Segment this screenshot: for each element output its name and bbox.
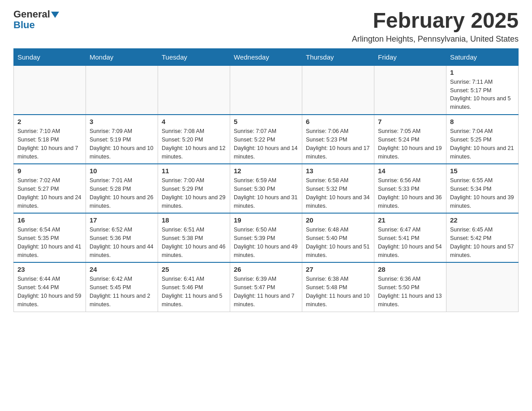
calendar-cell	[446, 262, 519, 312]
calendar-week-row: 2Sunrise: 7:10 AMSunset: 5:18 PMDaylight…	[14, 115, 519, 164]
day-header-thursday: Thursday	[302, 48, 374, 65]
day-header-wednesday: Wednesday	[230, 48, 302, 65]
day-info: Sunrise: 6:51 AMSunset: 5:38 PMDaylight:…	[162, 226, 226, 259]
calendar-cell: 9Sunrise: 7:02 AMSunset: 5:27 PMDaylight…	[14, 164, 86, 213]
day-info: Sunrise: 6:44 AMSunset: 5:44 PMDaylight:…	[17, 275, 82, 308]
day-number: 1	[450, 68, 515, 76]
day-number: 16	[17, 216, 82, 224]
day-info: Sunrise: 7:06 AMSunset: 5:23 PMDaylight:…	[306, 127, 370, 161]
calendar-cell	[86, 65, 158, 115]
day-header-friday: Friday	[374, 48, 446, 65]
day-number: 19	[234, 216, 298, 224]
day-header-monday: Monday	[86, 48, 158, 65]
calendar-cell: 10Sunrise: 7:01 AMSunset: 5:28 PMDayligh…	[86, 164, 158, 213]
day-header-saturday: Saturday	[446, 48, 519, 65]
calendar-header-row: SundayMondayTuesdayWednesdayThursdayFrid…	[14, 48, 519, 65]
calendar-cell: 6Sunrise: 7:06 AMSunset: 5:23 PMDaylight…	[302, 115, 374, 164]
day-info: Sunrise: 7:08 AMSunset: 5:20 PMDaylight:…	[162, 127, 226, 161]
calendar-table: SundayMondayTuesdayWednesdayThursdayFrid…	[13, 48, 519, 312]
calendar-cell: 27Sunrise: 6:38 AMSunset: 5:48 PMDayligh…	[302, 262, 374, 312]
calendar-cell	[302, 65, 374, 115]
day-number: 20	[306, 216, 370, 224]
calendar-cell: 21Sunrise: 6:47 AMSunset: 5:41 PMDayligh…	[374, 213, 446, 262]
calendar-cell: 15Sunrise: 6:55 AMSunset: 5:34 PMDayligh…	[446, 164, 519, 213]
calendar-cell	[374, 65, 446, 115]
calendar-cell: 14Sunrise: 6:56 AMSunset: 5:33 PMDayligh…	[374, 164, 446, 213]
calendar-week-row: 1Sunrise: 7:11 AMSunset: 5:17 PMDaylight…	[14, 65, 519, 115]
calendar-week-row: 23Sunrise: 6:44 AMSunset: 5:44 PMDayligh…	[14, 262, 519, 312]
calendar-cell: 5Sunrise: 7:07 AMSunset: 5:22 PMDaylight…	[230, 115, 302, 164]
calendar-cell: 17Sunrise: 6:52 AMSunset: 5:36 PMDayligh…	[86, 213, 158, 262]
day-info: Sunrise: 6:59 AMSunset: 5:30 PMDaylight:…	[234, 176, 298, 210]
day-number: 18	[162, 216, 226, 224]
day-number: 7	[378, 118, 442, 125]
day-number: 21	[378, 216, 442, 224]
day-info: Sunrise: 7:11 AMSunset: 5:17 PMDaylight:…	[450, 78, 515, 111]
calendar-cell: 7Sunrise: 7:05 AMSunset: 5:24 PMDaylight…	[374, 115, 446, 164]
day-info: Sunrise: 6:58 AMSunset: 5:32 PMDaylight:…	[306, 176, 370, 210]
day-number: 23	[17, 265, 82, 273]
day-info: Sunrise: 7:01 AMSunset: 5:28 PMDaylight:…	[90, 176, 154, 210]
logo-general-line: General	[13, 9, 59, 20]
day-number: 13	[306, 167, 370, 175]
title-section: February 2025 Arlington Heights, Pennsyl…	[352, 9, 519, 44]
day-number: 3	[90, 118, 154, 125]
calendar-cell: 4Sunrise: 7:08 AMSunset: 5:20 PMDaylight…	[158, 115, 230, 164]
day-number: 27	[306, 265, 370, 273]
calendar-cell: 1Sunrise: 7:11 AMSunset: 5:17 PMDaylight…	[446, 65, 519, 115]
day-number: 2	[17, 118, 82, 125]
day-number: 8	[450, 118, 515, 125]
day-number: 10	[90, 167, 154, 175]
calendar-cell: 19Sunrise: 6:50 AMSunset: 5:39 PMDayligh…	[230, 213, 302, 262]
day-info: Sunrise: 6:54 AMSunset: 5:35 PMDaylight:…	[17, 226, 82, 259]
calendar-cell: 22Sunrise: 6:45 AMSunset: 5:42 PMDayligh…	[446, 213, 519, 262]
calendar-cell: 20Sunrise: 6:48 AMSunset: 5:40 PMDayligh…	[302, 213, 374, 262]
day-info: Sunrise: 7:10 AMSunset: 5:18 PMDaylight:…	[17, 127, 82, 161]
calendar-week-row: 16Sunrise: 6:54 AMSunset: 5:35 PMDayligh…	[14, 213, 519, 262]
calendar-cell: 28Sunrise: 6:36 AMSunset: 5:50 PMDayligh…	[374, 262, 446, 312]
calendar-cell: 26Sunrise: 6:39 AMSunset: 5:47 PMDayligh…	[230, 262, 302, 312]
month-title: February 2025	[352, 9, 519, 33]
calendar-cell: 18Sunrise: 6:51 AMSunset: 5:38 PMDayligh…	[158, 213, 230, 262]
logo: General Blue	[13, 9, 59, 30]
calendar-cell: 16Sunrise: 6:54 AMSunset: 5:35 PMDayligh…	[14, 213, 86, 262]
calendar-cell: 2Sunrise: 7:10 AMSunset: 5:18 PMDaylight…	[14, 115, 86, 164]
day-number: 25	[162, 265, 226, 273]
location-title: Arlington Heights, Pennsylvania, United …	[352, 34, 519, 44]
day-number: 14	[378, 167, 442, 175]
day-number: 28	[378, 265, 442, 273]
day-info: Sunrise: 6:50 AMSunset: 5:39 PMDaylight:…	[234, 226, 298, 259]
day-info: Sunrise: 7:00 AMSunset: 5:29 PMDaylight:…	[162, 176, 226, 210]
calendar-cell: 11Sunrise: 7:00 AMSunset: 5:29 PMDayligh…	[158, 164, 230, 213]
calendar-cell: 24Sunrise: 6:42 AMSunset: 5:45 PMDayligh…	[86, 262, 158, 312]
day-number: 5	[234, 118, 298, 125]
day-info: Sunrise: 6:56 AMSunset: 5:33 PMDaylight:…	[378, 176, 442, 210]
day-number: 15	[450, 167, 515, 175]
day-number: 24	[90, 265, 154, 273]
day-info: Sunrise: 6:41 AMSunset: 5:46 PMDaylight:…	[162, 275, 226, 308]
day-info: Sunrise: 7:07 AMSunset: 5:22 PMDaylight:…	[234, 127, 298, 161]
calendar-cell: 3Sunrise: 7:09 AMSunset: 5:19 PMDaylight…	[86, 115, 158, 164]
day-number: 11	[162, 167, 226, 175]
day-info: Sunrise: 7:09 AMSunset: 5:19 PMDaylight:…	[90, 127, 154, 161]
day-info: Sunrise: 7:04 AMSunset: 5:25 PMDaylight:…	[450, 127, 515, 161]
calendar-cell	[14, 65, 86, 115]
logo-triangle-icon	[51, 12, 59, 18]
day-info: Sunrise: 6:52 AMSunset: 5:36 PMDaylight:…	[90, 226, 154, 259]
calendar-cell: 8Sunrise: 7:04 AMSunset: 5:25 PMDaylight…	[446, 115, 519, 164]
calendar-cell: 12Sunrise: 6:59 AMSunset: 5:30 PMDayligh…	[230, 164, 302, 213]
day-number: 26	[234, 265, 298, 273]
calendar-cell	[230, 65, 302, 115]
calendar-cell: 13Sunrise: 6:58 AMSunset: 5:32 PMDayligh…	[302, 164, 374, 213]
page-header: General Blue February 2025 Arlington Hei…	[13, 9, 519, 44]
logo-general-text: General	[13, 9, 50, 20]
day-header-sunday: Sunday	[14, 48, 86, 65]
day-number: 9	[17, 167, 82, 175]
logo-blue-text: Blue	[13, 19, 35, 30]
day-info: Sunrise: 7:02 AMSunset: 5:27 PMDaylight:…	[17, 176, 82, 210]
calendar-cell: 23Sunrise: 6:44 AMSunset: 5:44 PMDayligh…	[14, 262, 86, 312]
day-number: 17	[90, 216, 154, 224]
day-number: 6	[306, 118, 370, 125]
day-info: Sunrise: 7:05 AMSunset: 5:24 PMDaylight:…	[378, 127, 442, 161]
day-info: Sunrise: 6:55 AMSunset: 5:34 PMDaylight:…	[450, 176, 515, 210]
